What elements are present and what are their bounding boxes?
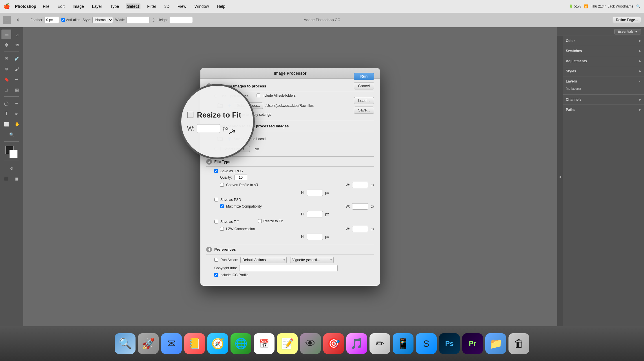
copyright-input[interactable] (239, 265, 338, 271)
dock-safari[interactable]: 🧭 (207, 333, 228, 354)
dock-chrome[interactable]: 🌐 (230, 333, 251, 354)
dock-photoshop[interactable]: Ps (439, 333, 460, 354)
eyedropper-tool[interactable]: 💉 (12, 54, 22, 63)
save-psd-checkbox[interactable] (214, 198, 218, 201)
save-jpeg-checkbox[interactable] (214, 169, 218, 173)
dock-stickies[interactable]: 📝 (277, 333, 298, 354)
run-button[interactable]: Run (354, 73, 374, 80)
eraser-tool[interactable]: ◻ (1, 85, 11, 95)
dock-eye[interactable]: 👁 (300, 333, 321, 354)
background-color[interactable] (9, 150, 18, 158)
dock-finder[interactable]: 🔍 (115, 333, 136, 354)
include-icc-checkbox[interactable] (214, 273, 218, 277)
channels-panel-header[interactable]: Channels ▶ (563, 96, 644, 103)
dock-premiere[interactable]: Pr (462, 333, 483, 354)
cancel-button[interactable]: Cancel (354, 82, 374, 89)
jpeg-w-input[interactable] (352, 182, 368, 188)
dock-appstore[interactable]: 📱 (393, 333, 414, 354)
type-tool[interactable]: T (1, 109, 11, 119)
brush-tool[interactable]: 🖌 (12, 64, 22, 74)
color-panel-header[interactable]: Color ▶ (563, 38, 644, 44)
menu-image[interactable]: Image (71, 3, 85, 9)
hand-tool[interactable]: ✋ (12, 119, 22, 129)
select-folder-radio[interactable] (228, 104, 231, 107)
convert-profile-checkbox[interactable] (220, 183, 224, 187)
style-select[interactable]: Normal (92, 17, 113, 23)
essentials-button[interactable]: Essentials ▼ (614, 29, 641, 34)
menu-select[interactable]: Select (126, 3, 140, 9)
anti-alias-checkbox[interactable] (61, 18, 65, 22)
adjustments-panel-header[interactable]: Adjustments ▶ (563, 58, 644, 64)
menu-type[interactable]: Type (109, 3, 120, 9)
menu-edit[interactable]: Edit (56, 3, 66, 9)
select-folder-button-1[interactable]: Select Folder... (234, 102, 263, 109)
rectangle-shape[interactable]: ▣ (12, 174, 22, 184)
gradient-tool[interactable]: ▦ (12, 85, 22, 95)
select-folder-button-2[interactable]: Select Folder... (220, 146, 250, 152)
include-subfolders-checkbox[interactable] (257, 94, 260, 97)
select-folder-2-radio[interactable] (214, 147, 218, 151)
resize-tiff-checkbox[interactable] (258, 219, 262, 223)
move-tool-left[interactable]: ✥ (1, 40, 11, 50)
save-button[interactable]: Save... (354, 107, 374, 114)
dock-skype[interactable]: S (416, 333, 437, 354)
load-button[interactable]: Load... (354, 97, 374, 104)
dock-contacts[interactable]: 📒 (184, 333, 205, 354)
open-first-checkbox[interactable] (214, 113, 218, 116)
quality-input[interactable] (234, 175, 247, 180)
dock-mail[interactable]: ✉ (161, 333, 182, 354)
screen-mode[interactable]: ⬛ (1, 174, 11, 184)
paths-panel-header[interactable]: Paths ▶ (563, 107, 644, 113)
rectangular-marquee-tool[interactable]: ▭ (1, 30, 11, 39)
action-select[interactable]: Default Actions (240, 257, 287, 263)
tiff-w-input[interactable] (352, 226, 368, 232)
feather-input[interactable] (45, 17, 59, 23)
clone-stamp-tool[interactable]: 🔖 (1, 74, 11, 84)
anti-alias-check[interactable]: Anti-alias (61, 18, 80, 22)
dock-trash[interactable]: 🗑 (508, 333, 529, 354)
menu-filter[interactable]: Filter (146, 3, 158, 9)
use-open-radio[interactable] (214, 94, 218, 98)
shape-tool[interactable]: ⬜ (1, 119, 11, 129)
psd-h-input[interactable] (307, 211, 323, 217)
menu-3d[interactable]: 3D (163, 3, 171, 9)
pen-tool[interactable]: ✒ (12, 98, 22, 108)
swatches-panel-header[interactable]: Swatches ▶ (563, 48, 644, 54)
dock-itunes[interactable]: 🎵 (346, 333, 367, 354)
quick-mask-mode[interactable]: ⊚ (7, 163, 17, 173)
healing-brush-tool[interactable]: ⊕ (1, 64, 11, 74)
tiff-h-input[interactable] (307, 234, 323, 240)
dodge-tool[interactable]: ◯ (1, 98, 11, 108)
refine-edge-button[interactable]: Refine Edge... (613, 17, 641, 23)
styles-panel-header[interactable]: Styles ▶ (563, 68, 644, 74)
search-icon[interactable]: 🔍 (636, 4, 641, 8)
menu-layer[interactable]: Layer (91, 3, 104, 9)
dock-calendar[interactable]: 📅 (254, 333, 275, 354)
color-swatch[interactable] (5, 146, 18, 158)
move-tool[interactable]: ✥ (13, 15, 23, 25)
vignette-select[interactable]: Vignette (selecti... (290, 257, 334, 263)
maximize-checkbox[interactable] (220, 204, 224, 208)
save-tiff-checkbox[interactable] (214, 220, 218, 223)
menu-view[interactable]: View (176, 3, 188, 9)
height-input[interactable] (170, 17, 193, 23)
crop-tool[interactable]: ⊡ (1, 54, 11, 63)
dock-pencil[interactable]: ✏ (369, 333, 390, 354)
panel-toggle[interactable]: ◀ (557, 27, 563, 326)
menu-help[interactable]: Help (215, 3, 227, 9)
menu-file[interactable]: File (41, 3, 51, 9)
quick-select-tool[interactable]: 🖲 (12, 40, 22, 50)
dock-launchpad[interactable]: 🚀 (138, 333, 159, 354)
path-select-tool[interactable]: ⊳ (12, 109, 22, 119)
jpeg-h-input[interactable] (307, 190, 323, 196)
history-brush-tool[interactable]: ↩ (12, 74, 22, 84)
selection-tool[interactable]: ⊹ (3, 16, 11, 24)
psd-w-input[interactable] (352, 203, 368, 210)
save-same-radio[interactable] (228, 137, 231, 141)
lasso-tool[interactable]: ⊿ (12, 30, 22, 39)
lzw-checkbox[interactable] (220, 227, 224, 231)
run-action-checkbox[interactable] (214, 258, 218, 262)
apple-menu[interactable]: 🍎 (3, 3, 10, 10)
menu-window[interactable]: Window (193, 3, 210, 9)
layers-panel-header[interactable]: Layers ▼ (563, 78, 644, 85)
